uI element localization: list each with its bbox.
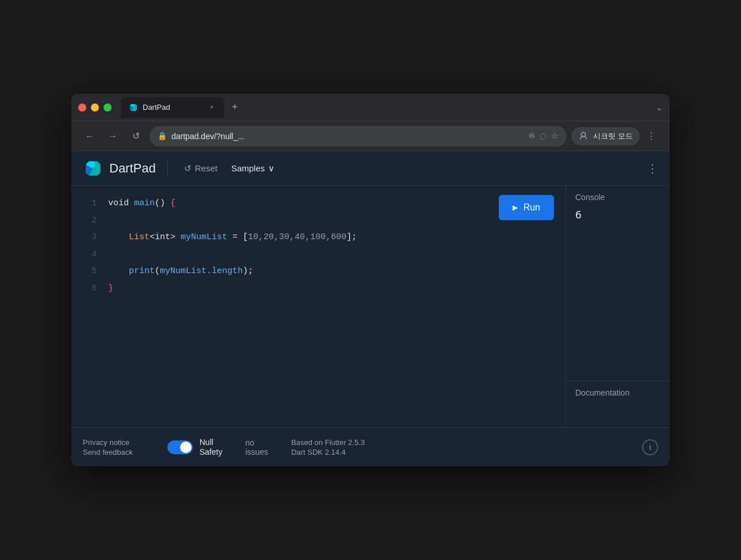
privacy-notice-link[interactable]: Privacy notice: [83, 438, 133, 447]
tab-list-chevron-icon[interactable]: ⌄: [656, 103, 663, 112]
more-menu-button[interactable]: ⋮: [642, 127, 660, 145]
translate-icon[interactable]: 𝔊: [529, 131, 535, 141]
star-icon[interactable]: ☆: [551, 131, 559, 141]
forward-button[interactable]: →: [104, 127, 122, 145]
line-number: 4: [83, 248, 97, 262]
run-play-icon: ▶: [513, 204, 518, 212]
address-bar-icons: 𝔊 ◌ ☆: [529, 131, 559, 141]
incognito-label: 시크릿 모드: [593, 131, 633, 141]
code-line-2: 2: [71, 212, 566, 229]
send-feedback-link[interactable]: Send feedback: [83, 448, 133, 457]
tab-bar: DartPad × +: [121, 97, 651, 118]
lock-icon: 🔒: [158, 132, 167, 140]
console-label: Console: [575, 193, 660, 202]
browser-window: DartPad × + ⌄ ← → ↺ 🔒 dartpad.dev/?null_…: [71, 94, 670, 466]
samples-chevron-icon: ∨: [268, 163, 274, 174]
url-text: dartpad.dev/?null_...: [171, 132, 524, 141]
console-section: Console 6: [566, 186, 670, 381]
code-text: }: [108, 281, 113, 296]
code-editor[interactable]: 1 void main() { 2 3 List<int> myNumList …: [71, 186, 566, 427]
version-info: Based on Flutter 2.5.3 Dart SDK 2.14.4: [291, 438, 365, 457]
code-text: List<int> myNumList = [10,20,30,40,100,6…: [108, 230, 357, 245]
samples-label: Samples: [231, 163, 265, 173]
code-line-6: 6 }: [71, 280, 566, 297]
docs-section: Documentation: [566, 381, 670, 427]
console-output: 6: [575, 209, 660, 221]
code-text: void main() {: [108, 196, 175, 211]
main-content: 1 void main() { 2 3 List<int> myNumList …: [71, 186, 670, 427]
reset-button[interactable]: ↺ Reset: [179, 161, 222, 176]
code-line-4: 4: [71, 246, 566, 263]
run-button[interactable]: ▶ Run: [499, 195, 554, 220]
line-number: 1: [83, 197, 97, 210]
run-label: Run: [524, 202, 540, 213]
title-bar: DartPad × + ⌄: [71, 94, 670, 121]
code-line-1: 1 void main() {: [71, 195, 566, 212]
code-line-3: 3 List<int> myNumList = [10,20,30,40,100…: [71, 229, 566, 246]
new-tab-button[interactable]: +: [227, 99, 243, 116]
reset-label: Reset: [195, 163, 217, 173]
null-safety-label: Null Safety: [200, 438, 223, 457]
code-line-5: 5 print(myNumList.length);: [71, 263, 566, 280]
toolbar-icons: 시크릿 모드 ⋮: [571, 127, 660, 145]
incognito-button[interactable]: 시크릿 모드: [571, 127, 640, 145]
code-text: print(myNumList.length);: [108, 264, 253, 279]
dartpad-header: DartPad ↺ Reset Samples ∨ ⋮: [71, 151, 670, 186]
close-window-button[interactable]: [78, 103, 86, 112]
flutter-version: Based on Flutter 2.5.3: [291, 438, 365, 447]
dartpad-title: DartPad: [109, 161, 156, 176]
issues-label-bottom: issues: [245, 447, 268, 457]
active-tab[interactable]: DartPad ×: [121, 97, 224, 118]
right-panel: Console 6 Documentation: [566, 186, 670, 427]
header-more-button[interactable]: ⋮: [647, 162, 658, 175]
tab-title: DartPad: [143, 103, 170, 112]
reload-button[interactable]: ↺: [127, 127, 145, 145]
tab-favicon-icon: [129, 103, 138, 112]
line-number: 6: [83, 282, 97, 296]
toggle-knob: [180, 442, 192, 453]
info-button[interactable]: i: [642, 439, 658, 455]
dart-logo-icon: [83, 158, 104, 179]
eye-off-icon[interactable]: ◌: [540, 131, 547, 141]
header-divider: [167, 162, 168, 175]
null-safety-label-top: Null: [200, 438, 223, 447]
dartpad-logo: DartPad: [83, 158, 156, 179]
svg-point-1: [582, 133, 583, 135]
line-number: 3: [83, 231, 97, 244]
traffic-lights: [78, 103, 112, 112]
code-text: [108, 247, 113, 262]
null-safety-toggle-group: Null Safety: [167, 438, 223, 457]
incognito-icon: [578, 131, 589, 141]
footer-links: Privacy notice Send feedback: [83, 438, 133, 457]
line-number: 5: [83, 264, 97, 278]
run-button-container: ▶ Run: [499, 195, 554, 220]
address-bar[interactable]: 🔒 dartpad.dev/?null_... 𝔊 ◌ ☆: [150, 126, 567, 147]
reset-icon: ↺: [184, 163, 192, 174]
code-text: [108, 213, 113, 228]
issues-indicator: no issues: [245, 438, 268, 457]
null-safety-label-bottom: Safety: [200, 447, 223, 457]
dart-sdk-version: Dart SDK 2.14.4: [291, 448, 365, 457]
issues-label-top: no: [245, 438, 268, 447]
address-bar-row: ← → ↺ 🔒 dartpad.dev/?null_... 𝔊 ◌ ☆ 시크릿 …: [71, 121, 670, 151]
docs-label: Documentation: [575, 388, 660, 397]
null-safety-toggle[interactable]: [167, 440, 193, 454]
tab-close-button[interactable]: ×: [207, 103, 216, 112]
samples-button[interactable]: Samples ∨: [231, 163, 274, 174]
line-number: 2: [83, 214, 97, 228]
back-button[interactable]: ←: [81, 127, 99, 145]
maximize-window-button[interactable]: [104, 103, 112, 112]
svg-point-2: [585, 133, 586, 135]
footer: Privacy notice Send feedback Null Safety…: [71, 427, 670, 466]
minimize-window-button[interactable]: [91, 103, 99, 112]
